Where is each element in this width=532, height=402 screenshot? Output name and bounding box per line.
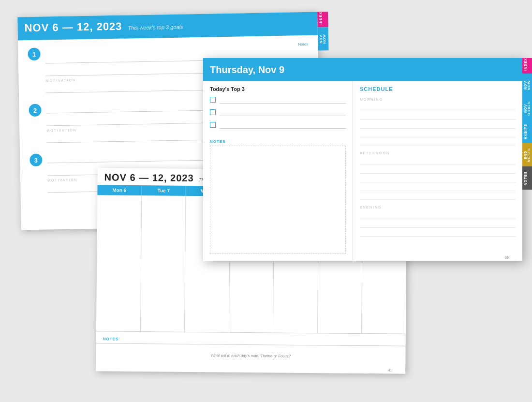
- page-number-daily: 69: [505, 256, 509, 259]
- morning-label: MORNING: [360, 98, 516, 101]
- daily-body: Today's Top 3 Notes Schedule MORNING: [203, 81, 522, 261]
- checkbox-1[interactable]: [210, 97, 216, 103]
- morning-line-2: [360, 111, 516, 120]
- tab-index-wg[interactable]: INDEX: [317, 12, 328, 27]
- weekly-goals-subtitle: This week's top 3 goals: [128, 24, 183, 30]
- weekly-goals-tabs: INDEX NOV NOW: [317, 12, 328, 50]
- morning-line-4: [360, 129, 516, 137]
- morning-line-5: [360, 137, 516, 146]
- evening-line-3: [360, 228, 516, 237]
- afternoon-line-2: [360, 165, 516, 174]
- afternoon-line-3: [360, 174, 516, 182]
- tab-nov-now-dp[interactable]: NOV NOW: [522, 74, 532, 97]
- weekly-goals-title: NOV 6 — 12, 2023: [24, 20, 122, 35]
- top3-item-2: [210, 108, 346, 116]
- top3-line-1: [220, 96, 346, 104]
- weekly-spread-title: NOV 6 — 12, 2023: [104, 172, 194, 184]
- schedule-title: Schedule: [360, 86, 516, 92]
- notes-label-weekly: NOTES: [103, 337, 119, 341]
- notes-label-1: Notes: [298, 42, 308, 46]
- notes-label-daily: Notes: [210, 139, 346, 144]
- tab-end-notes-dp[interactable]: END NOTES: [522, 143, 532, 166]
- daily-right-panel: Schedule MORNING AFTERNOON EVENING: [353, 81, 522, 261]
- page-number-weekly: 41: [388, 368, 392, 372]
- day-tue: Tue 7: [142, 185, 186, 196]
- afternoon-line-1: [360, 156, 516, 165]
- evening-line-1: [360, 210, 516, 219]
- goal-number-2: 2: [29, 104, 41, 117]
- day-mon: Mon 6: [97, 185, 142, 195]
- tab-nov-now-wg[interactable]: NOV NOW: [318, 27, 329, 50]
- afternoon-lines: [360, 156, 516, 202]
- evening-line-2: [360, 219, 516, 228]
- afternoon-line-5: [360, 191, 516, 200]
- footer-text: What will in each day's note: Theme or F…: [211, 353, 291, 358]
- evening-label: EVENING: [360, 206, 516, 209]
- day-col-mon: [96, 195, 142, 331]
- notes-dotted-area[interactable]: [210, 146, 346, 254]
- afternoon-line-4: [360, 182, 516, 191]
- morning-line-1: [360, 103, 516, 111]
- tab-habits-dp[interactable]: HABITS: [522, 120, 532, 143]
- afternoon-label: AFTERNOON: [360, 151, 516, 155]
- daily-planner-page: Thursday, Nov 9 INDEX NOV NOW NOV GOALS …: [203, 58, 522, 261]
- morning-lines: [360, 103, 516, 149]
- goal-number-3: 3: [30, 154, 42, 166]
- morning-line-3: [360, 120, 516, 129]
- top3-item-3: [210, 121, 346, 129]
- day-col-tue: [140, 195, 186, 332]
- top3-line-2: [220, 108, 346, 116]
- footer-row: What will in each day's note: Theme or F…: [96, 343, 405, 368]
- checkbox-3[interactable]: [210, 122, 216, 128]
- daily-tabs: INDEX NOV NOW NOV GOALS HABITS END NOTES…: [522, 58, 532, 190]
- top3-title: Today's Top 3: [210, 86, 346, 92]
- daily-header: Thursday, Nov 9: [203, 58, 522, 81]
- goal-number-1: 1: [28, 48, 40, 60]
- daily-title: Thursday, Nov 9: [210, 64, 284, 75]
- checkbox-2[interactable]: [210, 109, 216, 115]
- top3-item-1: [210, 96, 346, 104]
- top3-line-3: [220, 121, 346, 129]
- tab-nov-goals-dp[interactable]: NOV GOALS: [522, 97, 532, 120]
- notes-area: Notes: [210, 139, 346, 256]
- tab-notes-dp[interactable]: NOTES: [522, 166, 532, 190]
- daily-left-panel: Today's Top 3 Notes: [203, 81, 353, 261]
- evening-lines: [360, 210, 516, 256]
- tab-index-dp[interactable]: INDEX: [522, 58, 532, 74]
